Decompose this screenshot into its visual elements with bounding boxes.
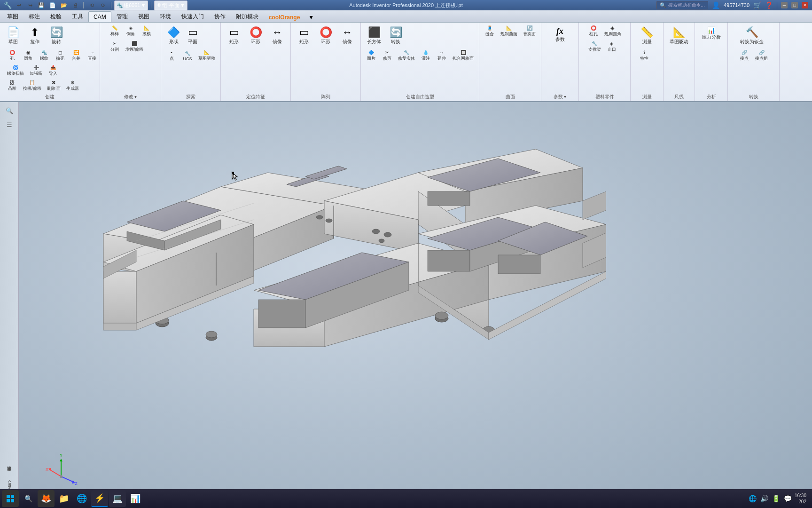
btn-circ-arr[interactable]: ⭕ 环形 bbox=[245, 24, 266, 48]
btn-ucs[interactable]: 🔧 UCS bbox=[180, 48, 195, 63]
btn-ruled[interactable]: 📐 规制曲面 bbox=[498, 24, 520, 39]
btn-convert[interactable]: 🔄 转换 bbox=[385, 24, 406, 48]
btn-repair[interactable]: 🔧 修复实体 bbox=[396, 48, 417, 63]
tab-annotate[interactable]: 标注 bbox=[23, 10, 45, 22]
btn-extrude[interactable]: ⬆ 拉伸 bbox=[24, 24, 45, 48]
btn-rib[interactable]: ➕ 加强筋 bbox=[27, 64, 45, 78]
taskbar-app1[interactable]: ⚡ bbox=[91, 490, 108, 507]
toggle-btn[interactable]: ▼ bbox=[307, 13, 315, 22]
btn-to-sheetmetal[interactable]: 🔨 转换为钣金 bbox=[737, 24, 767, 48]
tab-manage[interactable]: 管理 bbox=[111, 10, 133, 22]
btn-offset[interactable]: 📋 按模/偏移 bbox=[21, 79, 44, 93]
btn-shape[interactable]: 🔷 形状 bbox=[164, 24, 183, 48]
open-btn[interactable]: 📂 bbox=[59, 0, 69, 10]
cart-icon[interactable]: 🛒 bbox=[753, 1, 761, 9]
btn-point[interactable]: • 点 bbox=[164, 48, 179, 63]
search-sidebar-btn[interactable]: 🔍 bbox=[2, 104, 17, 117]
btn-split[interactable]: ✂ 分割 bbox=[107, 40, 122, 54]
btn-generator[interactable]: ⚙ 生成器 bbox=[64, 79, 81, 93]
btn-combine[interactable]: 🔀 合并 bbox=[69, 48, 84, 63]
close-btn[interactable]: ✕ bbox=[802, 2, 808, 8]
taskbar-firefox[interactable]: 🦊 bbox=[38, 490, 55, 507]
btn-mirror-f[interactable]: ↔ 镜像 bbox=[267, 24, 288, 48]
minimize-btn[interactable]: ─ bbox=[781, 2, 788, 8]
btn-rect-arr[interactable]: ▭ 矩形 bbox=[224, 24, 244, 48]
tab-coolorange[interactable]: coolOrange bbox=[264, 12, 305, 22]
btn-circ-pat[interactable]: ⭕ 环形 bbox=[315, 24, 336, 48]
btn-joint-group[interactable]: 🔗 接点组 bbox=[753, 48, 770, 63]
btn-mirror-pat[interactable]: ↔ 镜像 bbox=[337, 24, 358, 48]
list-sidebar-btn[interactable]: ☰ bbox=[2, 118, 17, 131]
btn-sketch-drive[interactable]: 📐 草图驱动 bbox=[196, 48, 218, 63]
btn-thicken[interactable]: ⬛ 增厚/偏移 bbox=[123, 40, 146, 54]
print-btn[interactable]: 🖨 bbox=[70, 0, 80, 10]
tab-tools[interactable]: 工具 bbox=[67, 10, 88, 22]
help-btn[interactable]: ❓ bbox=[765, 1, 773, 9]
tray-notify[interactable]: 💬 bbox=[783, 494, 793, 503]
redo-btn[interactable]: ↪ bbox=[25, 0, 35, 10]
btn-box[interactable]: ⬛ 长方体 bbox=[364, 24, 384, 48]
taskbar-folder[interactable]: 📁 bbox=[55, 490, 72, 507]
btn-scale[interactable]: 📏 样样 bbox=[107, 24, 122, 39]
btn-support[interactable]: 🔧 支撑架 bbox=[586, 40, 603, 54]
tab-sketch[interactable]: 草图 bbox=[2, 10, 23, 22]
taskbar-app3[interactable]: 📊 bbox=[127, 490, 144, 507]
btn-mesh[interactable]: 🔲 拟合网格面 bbox=[450, 48, 476, 63]
tab-quickstart[interactable]: 快速入门 bbox=[176, 10, 209, 22]
btn-direct[interactable]: → 直接 bbox=[85, 48, 100, 63]
btn-patch[interactable]: 🔷 面片 bbox=[364, 48, 379, 63]
undo-arrow[interactable]: ⟲ bbox=[86, 0, 97, 10]
search-box[interactable]: 🔍 搜索帮助和命令... bbox=[656, 1, 708, 9]
btn-shell[interactable]: ◻ 抽壳 bbox=[53, 48, 68, 63]
btn-fillet[interactable]: ◉ 圆角 bbox=[21, 48, 36, 63]
btn-joint[interactable]: 🔗 接点 bbox=[737, 48, 752, 63]
btn-boss[interactable]: ⭕ 柱孔 bbox=[586, 24, 601, 39]
btn-fill[interactable]: 💧 灌注 bbox=[418, 48, 433, 63]
boss-icon: ⭕ bbox=[591, 25, 596, 31]
viewport[interactable]: Y X Z bbox=[19, 102, 812, 505]
btn-props[interactable]: ℹ 特性 bbox=[637, 48, 652, 63]
stock-selector[interactable]: 🔩 钮6061 ▼ bbox=[114, 0, 148, 10]
tab-collaborate[interactable]: 协作 bbox=[209, 10, 231, 22]
redo-arrow[interactable]: ⟳ bbox=[98, 0, 108, 10]
btn-stitch[interactable]: 🧵 缝合 bbox=[482, 24, 497, 39]
tab-view[interactable]: 视图 bbox=[133, 10, 155, 22]
undo-btn[interactable]: ↩ bbox=[14, 0, 24, 10]
btn-import[interactable]: 📥 导入 bbox=[46, 64, 61, 78]
btn-emboss[interactable]: 🖼 凸雕 bbox=[5, 79, 20, 93]
btn-dimline[interactable]: 📐 草图驱动 bbox=[666, 24, 692, 48]
btn-snap[interactable]: ◈ 止口 bbox=[604, 40, 619, 54]
btn-extend[interactable]: ↔ 延伸 bbox=[434, 48, 449, 63]
btn-hole[interactable]: ⭕ 孔 bbox=[5, 48, 20, 63]
btn-trim2[interactable]: ✂ 修剪 bbox=[380, 48, 395, 63]
taskbar-search[interactable]: 🔍 bbox=[20, 490, 37, 507]
btn-sketch[interactable]: 📄 草图 bbox=[3, 24, 23, 48]
btn-plane-ex[interactable]: ▭ 平面 bbox=[184, 24, 201, 48]
tab-cam[interactable]: CAM bbox=[88, 11, 111, 22]
tab-inspect[interactable]: 检验 bbox=[45, 10, 67, 22]
tab-environment[interactable]: 环境 bbox=[155, 10, 176, 22]
tray-volume[interactable]: 🔊 bbox=[759, 494, 769, 503]
save-btn[interactable]: 💾 bbox=[36, 0, 47, 10]
maximize-btn[interactable]: □ bbox=[791, 2, 798, 8]
btn-replace-face[interactable]: 🔄 替换面 bbox=[521, 24, 538, 39]
taskbar-edge[interactable]: 🌐 bbox=[73, 490, 90, 507]
btn-draft[interactable]: 📐 拔模 bbox=[139, 24, 154, 39]
start-btn[interactable] bbox=[2, 490, 19, 507]
btn-fx[interactable]: fx 参数 bbox=[550, 24, 570, 45]
btn-chamfer-m[interactable]: ◈ 倒角 bbox=[123, 24, 138, 39]
new-btn[interactable]: 📄 bbox=[47, 0, 58, 10]
btn-helix[interactable]: 🌀 螺旋扫描 bbox=[5, 64, 26, 78]
btn-stress[interactable]: 📊 应力分析 bbox=[699, 24, 724, 43]
btn-delface[interactable]: ✖ 删除 面 bbox=[45, 79, 63, 93]
btn-thread[interactable]: 🔩 螺纹 bbox=[37, 48, 52, 63]
view-selector[interactable]: 👁 组-平面 ▼ bbox=[154, 0, 187, 10]
btn-measure[interactable]: 📏 测量 bbox=[637, 24, 657, 48]
tray-battery[interactable]: 🔋 bbox=[771, 494, 781, 503]
tab-addins[interactable]: 附加模块 bbox=[231, 10, 264, 22]
btn-rect-pat[interactable]: ▭ 矩形 bbox=[294, 24, 314, 48]
btn-rest[interactable]: ◉ 规则圆角 bbox=[602, 24, 624, 39]
tray-network[interactable]: 🌐 bbox=[748, 494, 757, 503]
btn-revolve[interactable]: 🔄 旋转 bbox=[46, 24, 67, 48]
taskbar-app2[interactable]: 💻 bbox=[109, 490, 126, 507]
